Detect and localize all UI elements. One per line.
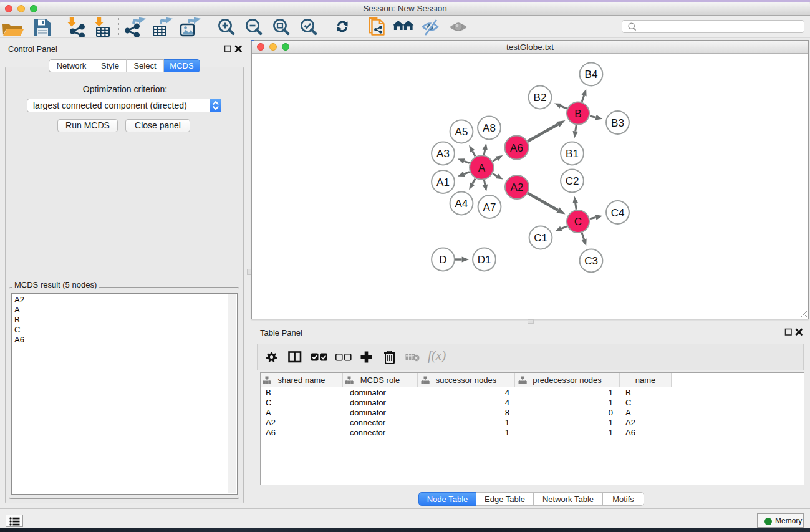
svg-text:A3: A3 — [436, 148, 450, 160]
svg-text:B: B — [574, 108, 581, 120]
svg-text:C1: C1 — [534, 232, 547, 244]
svg-text:A6: A6 — [510, 142, 523, 154]
svg-text:A2: A2 — [511, 181, 524, 193]
svg-text:C: C — [574, 216, 582, 228]
svg-text:A4: A4 — [455, 198, 468, 210]
svg-text:A5: A5 — [455, 126, 468, 138]
svg-text:C2: C2 — [566, 175, 579, 187]
svg-text:A7: A7 — [483, 201, 496, 213]
svg-text:D1: D1 — [478, 254, 491, 266]
svg-text:A1: A1 — [436, 177, 450, 188]
svg-text:C3: C3 — [584, 255, 598, 267]
svg-text:B3: B3 — [611, 117, 624, 129]
svg-text:B2: B2 — [534, 92, 547, 104]
svg-text:A8: A8 — [483, 122, 496, 134]
svg-text:B4: B4 — [585, 69, 598, 80]
svg-text:A: A — [478, 162, 486, 174]
svg-text:D: D — [439, 254, 446, 266]
svg-text:B1: B1 — [566, 148, 579, 160]
svg-text:C4: C4 — [611, 207, 625, 219]
